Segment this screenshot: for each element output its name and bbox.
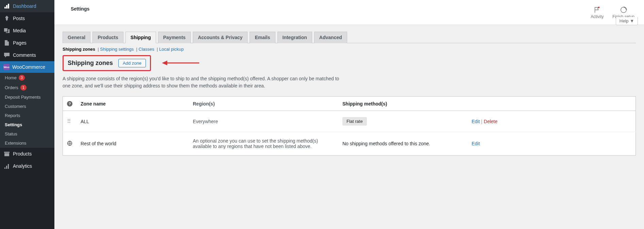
submenu-deposit-payments[interactable]: Deposit Payments — [0, 93, 54, 102]
sidebar-item-label: Dashboard — [13, 3, 36, 9]
tab-integration[interactable]: Integration — [277, 32, 312, 43]
submenu-label: Reports — [5, 113, 20, 118]
flag-icon — [593, 6, 601, 14]
zone-region: An optional zone you can use to set the … — [193, 138, 318, 149]
shipping-zones-table: ? Zone name Region(s) Shipping method(s)… — [63, 96, 636, 156]
tab-products[interactable]: Products — [92, 32, 123, 43]
dashboard-icon — [3, 3, 10, 10]
tab-accounts-privacy[interactable]: Accounts & Privacy — [193, 32, 248, 43]
sidebar-item-woocommerce[interactable]: Woo WooCommerce — [0, 61, 54, 73]
sidebar-item-label: Pages — [13, 40, 27, 46]
submenu-home[interactable]: Home 3 — [0, 73, 54, 83]
help-tab[interactable]: Help ▼ — [616, 17, 638, 25]
tab-general[interactable]: General — [63, 32, 90, 43]
sidebar-item-label: WooCommerce — [12, 64, 45, 70]
submenu-label: Home — [5, 75, 17, 80]
drag-handle-icon[interactable]: ⠿ — [67, 118, 72, 124]
submenu-label: Orders — [5, 85, 18, 90]
zone-region: Everywhere — [193, 119, 218, 124]
th-region: Region(s) — [189, 97, 338, 111]
main-area: Settings Activity Finish setup Help ▼ Ge… — [54, 0, 644, 229]
section-description: A shipping zone consists of the region(s… — [63, 75, 345, 89]
subtab-shipping-zones[interactable]: Shipping zones — [63, 47, 95, 52]
submenu-customers[interactable]: Customers — [0, 102, 54, 111]
submenu-label: Customers — [5, 104, 26, 109]
page-title: Settings — [71, 6, 89, 12]
submenu-label: Settings — [5, 122, 22, 127]
submenu-label: Extensions — [5, 141, 27, 146]
sidebar-item-media[interactable]: Media — [0, 24, 54, 37]
help-icon[interactable]: ? — [67, 101, 72, 107]
shipping-method-tag[interactable]: Flat rate — [342, 117, 367, 126]
content: General Products Shipping Payments Accou… — [54, 25, 644, 162]
products-icon — [3, 150, 10, 157]
sidebar-item-comments[interactable]: Comments — [0, 49, 54, 61]
sidebar-item-analytics[interactable]: Analytics — [0, 160, 54, 172]
progress-icon — [620, 6, 627, 14]
delete-link[interactable]: Delete — [484, 119, 497, 124]
admin-sidebar: Dashboard Posts Media Pages Comments Woo… — [0, 0, 54, 229]
pin-icon — [3, 15, 10, 22]
zone-row-default: Rest of the world An optional zone you c… — [63, 132, 636, 156]
activity-label: Activity — [591, 14, 604, 19]
count-badge: 3 — [19, 75, 25, 81]
submenu-reports[interactable]: Reports — [0, 111, 54, 120]
pages-icon — [3, 39, 10, 46]
tab-shipping[interactable]: Shipping — [125, 32, 156, 43]
woocommerce-icon: Woo — [3, 64, 10, 70]
th-methods: Shipping method(s) — [338, 97, 468, 111]
submenu-extensions[interactable]: Extensions — [0, 138, 54, 148]
sidebar-item-pages[interactable]: Pages — [0, 37, 54, 49]
sidebar-item-dashboard[interactable]: Dashboard — [0, 0, 54, 12]
sidebar-item-label: Comments — [13, 52, 36, 58]
sidebar-item-label: Posts — [13, 16, 25, 21]
svg-point-0 — [598, 6, 600, 8]
svg-marker-3 — [162, 61, 167, 65]
zone-name: ALL — [81, 119, 89, 124]
sidebar-item-label: Analytics — [13, 163, 32, 169]
sidebar-item-label: Media — [13, 28, 26, 33]
submenu-label: Deposit Payments — [5, 95, 41, 100]
sidebar-item-products[interactable]: Products — [0, 148, 54, 160]
submenu-settings[interactable]: Settings — [0, 120, 54, 129]
submenu-orders[interactable]: Orders 1 — [0, 83, 54, 93]
edit-link[interactable]: Edit — [472, 119, 480, 124]
globe-icon — [67, 141, 72, 146]
activity-button[interactable]: Activity — [591, 6, 604, 19]
tab-advanced[interactable]: Advanced — [314, 32, 347, 43]
section-heading: Shipping zones — [68, 60, 113, 67]
subtab-local-pickup[interactable]: Local pickup — [159, 47, 184, 52]
woocommerce-submenu: Home 3 Orders 1 Deposit Payments Custome… — [0, 73, 54, 148]
count-badge: 1 — [20, 85, 27, 91]
zone-row: ⠿ ALL Everywhere Flat rate Edit | Delete — [63, 111, 636, 132]
sidebar-item-label: Products — [13, 151, 32, 157]
zone-methods-text: No shipping methods offered to this zone… — [342, 141, 430, 146]
edit-link[interactable]: Edit — [472, 141, 480, 146]
subtab-classes[interactable]: Classes — [139, 47, 154, 52]
analytics-icon — [3, 163, 10, 169]
top-bar: Settings Activity Finish setup — [54, 0, 644, 25]
media-icon — [3, 27, 10, 34]
th-zone-name: Zone name — [77, 97, 189, 111]
annotation-arrow — [162, 60, 199, 68]
sidebar-item-posts[interactable]: Posts — [0, 12, 54, 24]
add-zone-button[interactable]: Add zone — [118, 59, 146, 67]
submenu-status[interactable]: Status — [0, 129, 54, 138]
tab-payments[interactable]: Payments — [158, 32, 191, 43]
subtab-shipping-settings[interactable]: Shipping settings — [100, 47, 134, 52]
heading-highlight: Shipping zones Add zone — [63, 55, 151, 71]
submenu-label: Status — [5, 131, 17, 136]
shipping-subtabs: Shipping zones | Shipping settings | Cla… — [63, 47, 636, 52]
comments-icon — [3, 52, 10, 59]
settings-tabs: General Products Shipping Payments Accou… — [63, 32, 636, 43]
tab-emails[interactable]: Emails — [250, 32, 275, 43]
zone-name: Rest of the world — [81, 141, 116, 146]
